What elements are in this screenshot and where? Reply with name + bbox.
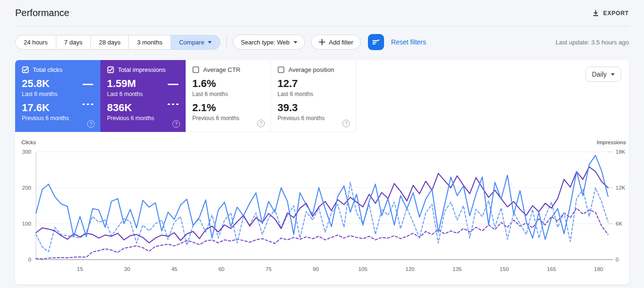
tile-average-ctr[interactable]: Average CTR 1.6% Last 6 months 2.1% Prev… <box>186 60 271 132</box>
range-28-days[interactable]: 28 days <box>91 35 129 50</box>
chevron-down-icon <box>294 41 297 44</box>
x-axis-tick-label: 60 <box>218 266 224 272</box>
date-range-control: 24 hours 7 days 28 days 3 months Compare <box>15 35 220 50</box>
checkbox-icon[interactable] <box>192 66 199 73</box>
x-axis-tick-label: 15 <box>77 266 83 272</box>
right-axis-tick-label: 12K <box>616 185 626 191</box>
x-axis-tick-label: 180 <box>594 266 603 272</box>
tile-current-caption: Last 6 months <box>192 91 264 97</box>
granularity-dropdown[interactable]: Daily <box>585 67 621 82</box>
solid-line-key-icon <box>168 84 179 85</box>
metric-tiles: Total clicks 25.8K Last 6 months 17.6K P… <box>15 60 629 132</box>
last-update-text: Last update: 3.5 hours ago <box>555 39 629 46</box>
right-axis-tick-label: 0 <box>616 257 618 262</box>
x-axis-tick-label: 45 <box>171 266 178 272</box>
compare-label: Compare <box>179 39 204 46</box>
left-axis-title: Clicks <box>21 140 36 145</box>
search-type-label: Search type: Web <box>241 39 289 46</box>
tile-label: Total impressions <box>118 66 165 73</box>
page-title: Performance <box>15 8 70 18</box>
tile-current-caption: Last 6 months <box>277 91 349 97</box>
tile-previous-caption: Previous 6 months <box>277 115 349 122</box>
help-icon[interactable]: ? <box>87 120 95 128</box>
x-axis-tick-label: 135 <box>453 266 462 272</box>
add-filter-label: Add filter <box>329 39 353 46</box>
solid-line-key-icon <box>82 84 93 85</box>
export-button[interactable]: EXPORT <box>592 9 629 17</box>
vertical-divider <box>226 36 227 48</box>
filter-settings-button[interactable] <box>368 34 384 50</box>
tile-previous-caption: Previous 6 months <box>107 115 179 122</box>
range-3-months[interactable]: 3 months <box>129 35 170 50</box>
header-divider <box>15 26 629 26</box>
app-header: Performance EXPORT <box>0 0 644 26</box>
reset-filters-link[interactable]: Reset filters <box>391 38 426 46</box>
help-icon[interactable]: ? <box>342 120 350 127</box>
x-axis-tick-label: 75 <box>266 266 272 272</box>
x-axis-tick-label: 30 <box>124 266 130 272</box>
tile-previous-caption: Previous 6 months <box>22 115 94 122</box>
tile-label: Total clicks <box>33 66 63 73</box>
help-icon[interactable]: ? <box>257 120 265 127</box>
tile-current-value: 12.7 <box>277 78 349 90</box>
checkbox-icon[interactable] <box>22 66 29 73</box>
download-icon <box>592 9 599 17</box>
performance-card: Total clicks 25.8K Last 6 months 17.6K P… <box>15 60 629 285</box>
tile-previous-value: 2.1% <box>192 102 264 114</box>
x-axis-tick-label: 165 <box>547 266 556 272</box>
tile-label: Average CTR <box>203 66 241 73</box>
x-axis-tick-label: 120 <box>405 266 414 272</box>
filter-sparkle-icon <box>371 38 380 47</box>
x-axis-tick-label: 90 <box>313 266 319 272</box>
export-label: EXPORT <box>603 10 629 17</box>
tile-previous-value: 39.3 <box>277 102 349 114</box>
granularity-label: Daily <box>592 70 607 78</box>
tile-current-caption: Last 6 months <box>107 91 179 97</box>
right-axis-tick-label: 6K <box>616 221 622 227</box>
add-filter-button[interactable]: Add filter <box>311 35 361 50</box>
tile-total-clicks[interactable]: Total clicks 25.8K Last 6 months 17.6K P… <box>15 60 100 132</box>
tile-average-position[interactable]: Average position 12.7 Last 6 months 39.3… <box>271 60 356 132</box>
range-7-days[interactable]: 7 days <box>56 35 91 50</box>
series-impressions-current <box>36 167 608 243</box>
chevron-down-icon <box>208 41 212 44</box>
dashed-line-key-icon <box>82 104 93 105</box>
left-axis-tick-label: 200 <box>22 185 31 191</box>
tile-previous-caption: Previous 6 months <box>192 115 264 122</box>
left-axis-tick-label: 100 <box>22 221 31 227</box>
chart-area: 010020030006K12K18KClicksImpressions1530… <box>15 139 629 281</box>
help-icon[interactable]: ? <box>172 120 180 128</box>
checkbox-icon[interactable] <box>107 66 114 73</box>
tile-label: Average position <box>288 66 334 73</box>
plus-icon <box>319 39 325 45</box>
tile-current-value: 1.6% <box>192 78 264 90</box>
tile-current-caption: Last 6 months <box>22 91 94 97</box>
search-type-dropdown[interactable]: Search type: Web <box>233 35 304 50</box>
series-clicks-previous <box>36 183 608 252</box>
chevron-down-icon <box>611 73 615 76</box>
performance-chart[interactable]: 010020030006K12K18KClicksImpressions1530… <box>15 139 629 281</box>
tile-total-impressions[interactable]: Total impressions 1.59M Last 6 months 83… <box>100 60 186 132</box>
dashed-line-key-icon <box>168 104 179 105</box>
left-axis-tick-label: 300 <box>22 149 31 155</box>
compare-dropdown[interactable]: Compare <box>171 35 220 50</box>
checkbox-icon[interactable] <box>277 66 285 73</box>
right-axis-title: Impressions <box>597 140 626 145</box>
range-24-hours[interactable]: 24 hours <box>15 35 56 50</box>
right-axis-tick-label: 18K <box>616 149 626 155</box>
filter-bar: 24 hours 7 days 28 days 3 months Compare… <box>15 34 629 51</box>
x-axis-tick-label: 150 <box>500 266 509 272</box>
x-axis-tick-label: 105 <box>358 266 367 272</box>
left-axis-tick-label: 0 <box>28 257 31 262</box>
